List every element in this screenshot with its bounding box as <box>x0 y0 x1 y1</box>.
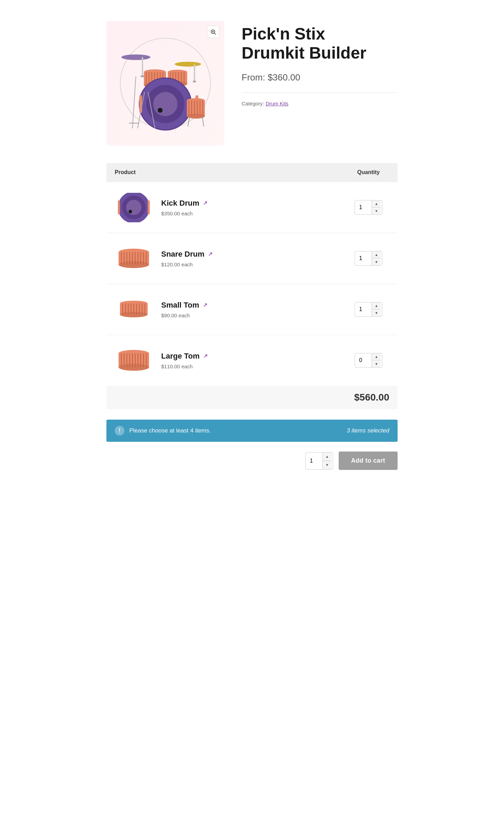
snare-drum-image <box>115 243 153 274</box>
small-tom-qty-down[interactable]: ▼ <box>372 309 381 316</box>
bundle-total-row: $560.00 <box>106 386 398 409</box>
zoom-icon[interactable] <box>207 26 219 38</box>
category-link[interactable]: Drum Kits <box>266 101 288 106</box>
svg-point-54 <box>126 200 141 215</box>
large-tom-image <box>115 345 153 376</box>
svg-rect-9 <box>194 64 195 81</box>
add-to-cart-row: ▲ ▼ Add to cart <box>106 452 398 470</box>
product-price: From: $360.00 <box>242 72 398 83</box>
svg-rect-6 <box>142 57 143 76</box>
bundle-item-snare-drum: Snare Drum ↗ $120.00 each ▲ ▼ <box>106 233 398 284</box>
page-wrapper: Pick'n Stix Drumkit Builder From: $360.0… <box>96 0 408 491</box>
small-tom-qty-spinners: ▲ ▼ <box>372 302 381 316</box>
svg-point-55 <box>129 210 132 213</box>
small-tom-qty-input-wrapper: ▲ ▼ <box>355 302 382 317</box>
snare-drum-name: Snare Drum ↗ <box>161 250 339 259</box>
cart-qty-spinners: ▲ ▼ <box>322 453 332 469</box>
large-tom-quantity-wrapper: ▲ ▼ <box>348 353 389 368</box>
kick-drum-name: Kick Drum ↗ <box>161 199 339 208</box>
col-quantity-header: Quantity <box>348 169 389 175</box>
snare-drum-details: Snare Drum ↗ $120.00 each <box>161 250 339 267</box>
cart-qty-input[interactable] <box>306 453 322 469</box>
large-tom-qty-input-wrapper: ▲ ▼ <box>355 353 382 368</box>
svg-rect-57 <box>148 200 150 214</box>
kick-drum-qty-spinners: ▲ ▼ <box>372 200 381 214</box>
large-tom-qty-up[interactable]: ▲ <box>372 353 381 360</box>
large-tom-name: Large Tom ↗ <box>161 352 339 361</box>
kick-drum-qty-down[interactable]: ▼ <box>372 207 381 214</box>
large-tom-price: $110.00 each <box>161 363 339 369</box>
product-header: Pick'n Stix Drumkit Builder From: $360.0… <box>106 21 398 146</box>
notice-message: Please choose at least 4 items. <box>129 427 211 434</box>
svg-point-60 <box>119 261 149 268</box>
kick-drum-image <box>115 192 153 223</box>
svg-point-8 <box>175 62 201 67</box>
snare-drum-qty-up[interactable]: ▲ <box>372 251 381 258</box>
small-tom-price: $90.00 each <box>161 312 339 318</box>
svg-line-1 <box>214 33 216 34</box>
notice-icon: ! <box>115 426 124 436</box>
add-to-cart-button[interactable]: Add to cart <box>339 452 398 470</box>
small-tom-link-icon[interactable]: ↗ <box>203 302 207 308</box>
product-category: Category: Drum Kits <box>242 101 398 106</box>
small-tom-qty-input[interactable] <box>355 303 372 315</box>
bundle-item-kick-drum: Kick Drum ↗ $350.00 each ▲ ▼ <box>106 182 398 233</box>
large-tom-details: Large Tom ↗ $110.00 each <box>161 352 339 369</box>
kick-drum-details: Kick Drum ↗ $350.00 each <box>161 199 339 216</box>
kick-drum-link-icon[interactable]: ↗ <box>203 200 207 206</box>
large-tom-qty-input[interactable] <box>355 354 372 366</box>
notice-items-selected: 3 items selected <box>347 427 389 434</box>
bundle-item-small-tom: Small Tom ↗ $90.00 each ▲ ▼ <box>106 284 398 335</box>
small-tom-quantity-wrapper: ▲ ▼ <box>348 302 389 317</box>
kick-drum-qty-up[interactable]: ▲ <box>372 200 381 207</box>
kick-drum-quantity-wrapper: ▲ ▼ <box>348 200 389 215</box>
svg-point-34 <box>158 108 163 113</box>
large-tom-qty-down[interactable]: ▼ <box>372 360 381 367</box>
snare-drum-quantity-wrapper: ▲ ▼ <box>348 251 389 266</box>
snare-drum-qty-input[interactable] <box>355 252 372 264</box>
cart-qty-down[interactable]: ▼ <box>323 461 332 469</box>
cart-qty-up[interactable]: ▲ <box>323 453 332 461</box>
notice-bar: ! Please choose at least 4 items. 3 item… <box>106 420 398 442</box>
snare-drum-qty-spinners: ▲ ▼ <box>372 251 381 265</box>
notice-bar-left: ! Please choose at least 4 items. <box>115 426 211 436</box>
snare-drum-price: $120.00 each <box>161 261 339 267</box>
product-image-svg <box>117 31 214 135</box>
small-tom-name: Small Tom ↗ <box>161 301 339 310</box>
small-tom-qty-up[interactable]: ▲ <box>372 302 381 309</box>
svg-point-5 <box>121 54 150 60</box>
svg-point-85 <box>119 364 149 371</box>
product-image-container <box>106 21 224 146</box>
svg-line-47 <box>202 116 204 127</box>
bundle-item-large-tom: Large Tom ↗ $110.00 each ▲ ▼ <box>106 335 398 386</box>
kick-drum-price: $350.00 each <box>161 211 339 216</box>
svg-rect-56 <box>118 200 120 214</box>
kick-drum-qty-input-wrapper: ▲ ▼ <box>355 200 382 215</box>
snare-drum-link-icon[interactable]: ↗ <box>208 251 212 257</box>
bundle-table-header: Product Quantity <box>106 163 398 182</box>
svg-point-10 <box>193 80 196 83</box>
snare-drum-qty-input-wrapper: ▲ ▼ <box>355 251 382 266</box>
large-tom-qty-spinners: ▲ ▼ <box>372 353 381 367</box>
product-title: Pick'n Stix Drumkit Builder <box>242 24 398 62</box>
svg-point-33 <box>153 92 177 116</box>
svg-line-48 <box>132 76 136 128</box>
large-tom-link-icon[interactable]: ↗ <box>203 353 208 359</box>
product-divider <box>242 93 398 93</box>
snare-drum-qty-down[interactable]: ▼ <box>372 258 381 265</box>
cart-qty-wrapper: ▲ ▼ <box>305 452 333 470</box>
small-tom-details: Small Tom ↗ $90.00 each <box>161 301 339 318</box>
small-tom-image <box>115 294 153 325</box>
product-info: Pick'n Stix Drumkit Builder From: $360.0… <box>242 21 398 106</box>
bundle-section: Product Quantity Kick Drum ↗ <box>106 163 398 409</box>
bundle-total-value: $560.00 <box>354 392 389 403</box>
kick-drum-qty-input[interactable] <box>355 201 372 213</box>
col-product-header: Product <box>115 169 348 175</box>
